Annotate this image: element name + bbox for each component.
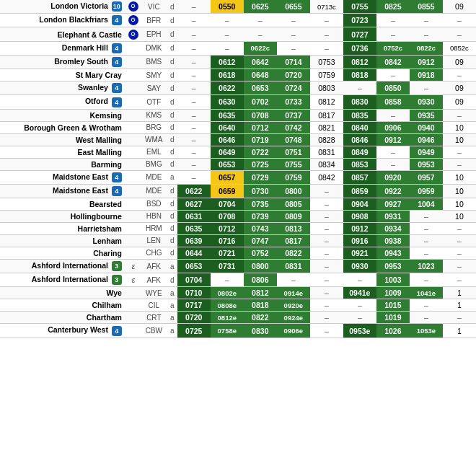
icon-cell — [125, 41, 141, 55]
time-cell: – — [310, 14, 343, 27]
time-cell: 0921 — [343, 247, 376, 259]
time-cell: 0931 — [376, 210, 410, 222]
time-cell: 1004 — [410, 198, 443, 210]
station-name: Maidstone East 4 — [0, 170, 125, 184]
time-cell: 0730 — [244, 184, 277, 198]
time-cell: 0914e — [277, 287, 310, 299]
time-cell: – — [443, 146, 476, 158]
time-cell: 0717 — [177, 299, 211, 312]
station-name: Chartham — [0, 312, 125, 324]
time-cell: 0739 — [244, 210, 277, 222]
time-cell: 0834 — [310, 158, 343, 170]
time-cell: 0850 — [376, 81, 410, 95]
time-cell: – — [343, 312, 376, 324]
time-cell: – — [177, 121, 211, 133]
time-cell: 0835 — [343, 109, 376, 121]
time-cell: 0930 — [343, 259, 376, 273]
time-cell: 0809 — [277, 210, 310, 222]
time-cell: – — [410, 81, 443, 95]
time-cell: 0922 — [376, 184, 410, 198]
station-code: OTF — [141, 95, 167, 109]
time-cell: – — [277, 27, 310, 41]
station-code: SAY — [141, 81, 167, 95]
time-cell: 0714 — [277, 55, 310, 69]
time-cell: – — [376, 69, 410, 81]
time-cell: 1 — [443, 299, 476, 312]
time-cell: – — [443, 69, 476, 81]
arr-dep: d — [167, 133, 177, 146]
time-cell: 0736 — [343, 41, 376, 55]
arr-dep: d — [167, 95, 177, 109]
time-cell: 1041e — [410, 287, 443, 299]
badge: 4 — [112, 83, 122, 93]
time-cell: 0812 — [244, 287, 277, 299]
icon-cell: ⊙ — [125, 14, 141, 27]
icon-cell — [125, 170, 141, 184]
table-row: HollingbourneHBNd0631070807390809–090809… — [0, 210, 476, 222]
time-cell: 0704 — [211, 198, 244, 210]
time-cell: 0612 — [211, 55, 244, 69]
time-cell: 0912 — [376, 133, 410, 146]
station-code: AFK — [141, 259, 167, 273]
table-row: Ashford International 3εAFKa065307310800… — [0, 259, 476, 273]
station-name: East Malling — [0, 146, 125, 158]
station-code: EML — [141, 146, 167, 158]
time-cell: 0831 — [310, 146, 343, 158]
table-row: Maidstone East 4MDEa–0657072907590842085… — [0, 170, 476, 184]
arr-dep: d — [167, 210, 177, 222]
time-cell: 10 — [443, 121, 476, 133]
station-name: Bearsted — [0, 198, 125, 210]
time-cell: 0712 — [211, 222, 244, 234]
time-cell: – — [443, 259, 476, 273]
icon-cell — [125, 158, 141, 170]
time-cell: 0618 — [211, 69, 244, 81]
time-cell: 0828 — [310, 133, 343, 146]
time-cell: 0930 — [410, 95, 443, 109]
time-cell: 10 — [443, 170, 476, 184]
time-cell: – — [177, 146, 211, 158]
time-cell: 0830 — [244, 324, 277, 338]
time-cell: 0755 — [277, 158, 310, 170]
station-name: Wye — [0, 287, 125, 299]
table-row: East MallingEMLd–06490722075108310849–09… — [0, 146, 476, 158]
time-cell: – — [443, 14, 476, 27]
time-cell: – — [443, 109, 476, 121]
time-cell: 0800 — [277, 184, 310, 198]
time-cell: 0646 — [211, 133, 244, 146]
icon-cell — [125, 234, 141, 247]
time-cell: 0916 — [343, 234, 376, 247]
table-row: West MallingWMAd–06460719074808280846091… — [0, 133, 476, 146]
station-code: BSD — [141, 198, 167, 210]
arr-dep: d — [167, 55, 177, 69]
time-cell: 0812 — [343, 55, 376, 69]
arr-dep: d — [167, 273, 177, 287]
arr-dep: a — [167, 170, 177, 184]
time-cell: 0818 — [244, 299, 277, 312]
time-cell: 09 — [443, 81, 476, 95]
time-cell: 0639 — [177, 234, 211, 247]
time-cell: 0842 — [376, 55, 410, 69]
station-code: BRG — [141, 121, 167, 133]
time-cell: – — [177, 170, 211, 184]
time-cell: 0653 — [177, 259, 211, 273]
icon-cell: ⊙ — [125, 0, 141, 14]
icon-cell — [125, 133, 141, 146]
table-row: Canterbury West 4CBWa07250758e08300906e–… — [0, 324, 476, 338]
time-cell: – — [310, 210, 343, 222]
station-name: Denmark Hill 4 — [0, 41, 125, 55]
time-cell: – — [410, 299, 443, 312]
time-cell: – — [376, 27, 410, 41]
time-cell: – — [376, 158, 410, 170]
time-cell: 0846 — [343, 133, 376, 146]
time-cell: 0822c — [410, 41, 443, 55]
time-cell: 0821 — [310, 121, 343, 133]
table-row: KemsingKMSd–06350708073708170835–0935– — [0, 109, 476, 121]
time-cell: 0719 — [244, 133, 277, 146]
time-cell: 0906e — [277, 324, 310, 338]
time-cell: – — [177, 69, 211, 81]
arr-dep: d — [167, 247, 177, 259]
time-cell: 0817 — [277, 234, 310, 247]
time-cell: 0949 — [410, 146, 443, 158]
time-cell: 0927 — [376, 198, 410, 210]
time-cell: 1009 — [376, 287, 410, 299]
